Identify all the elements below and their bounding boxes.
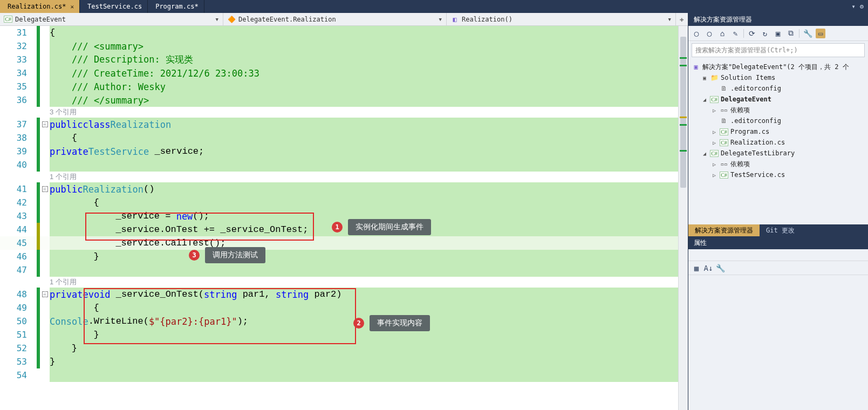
scrollbar-thumb[interactable]: [680, 37, 686, 188]
tree-node[interactable]: ▣📁Solution Items: [689, 72, 867, 83]
preview-icon[interactable]: ▭: [816, 29, 825, 38]
refresh-icon[interactable]: ↻: [760, 29, 770, 38]
codelens-reference[interactable]: 3 个引用: [0, 107, 678, 118]
code-line[interactable]: 36 /// </summary>: [0, 93, 678, 107]
code-line[interactable]: 33 /// Description: 实现类: [0, 53, 678, 66]
code-line[interactable]: 47: [0, 263, 678, 277]
chevron-down-icon: ▼: [439, 17, 442, 22]
tree-node[interactable]: ▷C#Program.cs: [689, 126, 867, 137]
fold-gutter[interactable]: −: [40, 291, 50, 297]
codelens-reference[interactable]: 1 个引用: [0, 277, 678, 288]
tree-expand-icon[interactable]: ▷: [711, 172, 717, 178]
wrench-icon[interactable]: 🔧: [715, 263, 725, 273]
tree-expand-icon[interactable]: ▣: [701, 75, 708, 81]
line-number: 53: [0, 357, 37, 367]
nav-project-dropdown[interactable]: C# DelegateEvent ▼: [0, 13, 223, 25]
line-number: 52: [0, 343, 37, 353]
code-line[interactable]: 54: [0, 368, 678, 382]
code-editor[interactable]: 31{32 /// <summary>33 /// Description: 实…: [0, 26, 688, 410]
tree-node[interactable]: ▷▫▫依赖项: [689, 105, 867, 115]
solution-search-input[interactable]: 搜索解决方案资源管理器(Ctrl+;): [692, 43, 865, 57]
tree-expand-icon[interactable]: ▷: [711, 161, 717, 167]
tree-node[interactable]: ◢C#DelegateEvent: [689, 94, 867, 105]
change-marker: [37, 263, 40, 277]
tree-expand-icon[interactable]: ◢: [701, 97, 708, 102]
code-line[interactable]: 49 {: [0, 301, 678, 315]
code-line[interactable]: 35 /// Author: Wesky: [0, 80, 678, 93]
code-line[interactable]: 48− private void _service_OnTest(string …: [0, 288, 678, 301]
tab-program[interactable]: Program.cs*: [148, 0, 204, 13]
nav-scope-dropdown[interactable]: 🔶 DelegateEvent.Realization ▼: [223, 13, 447, 25]
fold-icon: 📁: [710, 73, 719, 82]
line-number: 54: [0, 370, 37, 380]
search-placeholder: 搜索解决方案资源管理器(Ctrl+;): [695, 46, 798, 55]
show-all-icon[interactable]: ⧉: [786, 29, 796, 38]
properties-icon[interactable]: 🔧: [803, 29, 812, 38]
tab-dropdown-icon[interactable]: ▾: [852, 3, 856, 10]
tree-node-label: .editorconfig: [730, 85, 781, 92]
tree-expand-icon[interactable]: ▷: [711, 140, 717, 146]
tree-node[interactable]: ▷C#TestService.cs: [689, 169, 867, 180]
change-marker: [37, 131, 40, 145]
tree-node[interactable]: ◢C#DelegateTestLibrary: [689, 148, 867, 159]
change-marker: [37, 315, 40, 328]
tree-expand-icon[interactable]: ▷: [711, 107, 717, 113]
code-line[interactable]: 42 {: [0, 196, 678, 209]
collapse-icon[interactable]: ▣: [773, 29, 783, 38]
fold-gutter[interactable]: −: [40, 186, 50, 192]
tree-node[interactable]: ▷C#Realization.cs: [689, 137, 867, 148]
change-marker: [37, 107, 40, 118]
categorize-icon[interactable]: ▦: [692, 263, 701, 273]
code-line[interactable]: 52 }: [0, 341, 678, 355]
back-icon[interactable]: ◯: [692, 29, 701, 38]
codelens-reference[interactable]: 1 个引用: [0, 172, 678, 182]
nav-member-dropdown[interactable]: ◧ Realization() ▼: [447, 13, 676, 25]
tab-realization[interactable]: Realization.cs* ✕: [0, 0, 80, 13]
code-line[interactable]: 39 private TestService _service;: [0, 145, 678, 158]
code-text: {: [50, 26, 678, 39]
gear-icon[interactable]: ⚙: [860, 3, 864, 10]
code-line[interactable]: 53}: [0, 355, 678, 368]
fold-gutter[interactable]: −: [40, 121, 50, 127]
solution-tree[interactable]: ▣ 解决方案"DelegateEvent"(2 个项目，共 2 个 ▣📁Solu…: [688, 59, 868, 224]
tree-node[interactable]: ▷▫▫依赖项: [689, 159, 867, 169]
home-icon[interactable]: ⌂: [717, 29, 727, 38]
line-number: 38: [0, 133, 37, 143]
change-marker: [37, 93, 40, 107]
tree-node[interactable]: 🗎.editorconfig: [689, 83, 867, 94]
tree-expand-icon[interactable]: ▷: [711, 129, 717, 135]
change-marker: [37, 250, 40, 263]
tree-node-label: Solution Items: [721, 74, 775, 81]
alpha-sort-icon[interactable]: A↓: [703, 263, 713, 273]
csharp-project-icon: C#: [4, 16, 12, 23]
tab-label: Realization.cs*: [8, 3, 66, 10]
code-line[interactable]: 40: [0, 158, 678, 172]
switch-view-icon[interactable]: ✎: [730, 29, 740, 38]
chevron-down-icon: ▼: [668, 17, 671, 22]
code-line[interactable]: 32 /// <summary>: [0, 39, 678, 53]
code-line[interactable]: 34 /// CreateTime: 2021/12/6 23:00:33: [0, 66, 678, 80]
line-number: 41: [0, 184, 37, 194]
cs-icon: C#: [720, 127, 728, 136]
code-line[interactable]: 31{: [0, 26, 678, 39]
vertical-scrollbar[interactable]: [678, 26, 688, 410]
code-line[interactable]: 46 }: [0, 250, 678, 263]
tab-git-changes[interactable]: Git 更改: [760, 224, 801, 236]
code-line[interactable]: 45 _service.CallTest();: [0, 236, 678, 250]
code-line[interactable]: 37− public class Realization: [0, 118, 678, 131]
split-editor-icon[interactable]: ✚: [676, 13, 688, 25]
class-icon: 🔶: [228, 16, 235, 23]
code-line[interactable]: 41− public Realization(): [0, 182, 678, 196]
solution-root-node[interactable]: ▣ 解决方案"DelegateEvent"(2 个项目，共 2 个: [689, 62, 867, 72]
code-line[interactable]: 51 }: [0, 328, 678, 341]
tab-solution-explorer[interactable]: 解决方案资源管理器: [688, 224, 760, 236]
sync-icon[interactable]: ⟳: [747, 29, 757, 38]
tree-expand-icon[interactable]: ◢: [701, 151, 708, 156]
tree-node[interactable]: 🗎.editorconfig: [689, 115, 867, 126]
close-icon[interactable]: ✕: [70, 3, 74, 10]
code-text: public class Realization: [50, 118, 678, 131]
code-line[interactable]: 38 {: [0, 131, 678, 145]
tab-testservice[interactable]: TestService.cs: [80, 0, 148, 13]
forward-icon[interactable]: ◯: [705, 29, 714, 38]
code-line[interactable]: 50 Console.WriteLine($"{par2}:{par1}");: [0, 315, 678, 328]
